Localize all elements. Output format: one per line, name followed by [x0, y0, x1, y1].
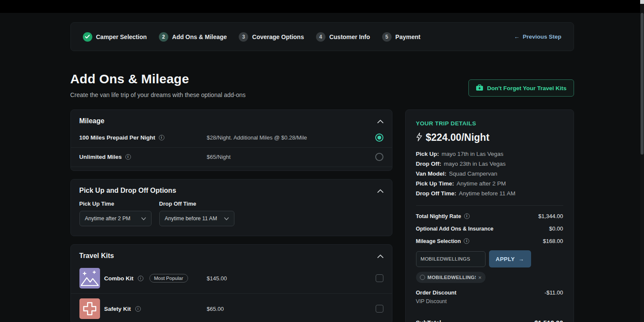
pickup-dropoff-body: Pick Up Time Anytime after 2 PM Drop Off…	[71, 198, 392, 236]
kit-row-combo: Combo Kit i Most Popular $145.00	[71, 263, 392, 294]
page-scrollbar[interactable]	[640, 0, 644, 322]
step-number-badge: 5	[382, 32, 392, 42]
detail-label: Pick Up:	[416, 151, 439, 157]
previous-step-link[interactable]: ← Previous Step	[514, 33, 562, 40]
mileage-radio-selected[interactable]	[375, 134, 383, 142]
left-column: Mileage 100 Miles Prepaid Per Night i $2…	[70, 109, 392, 322]
lightning-bolt-icon	[416, 132, 422, 143]
kit-name: Combo Kit	[104, 275, 134, 282]
scrollbar-thumb[interactable]	[641, 13, 644, 155]
detail-dropoff-time: Drop Off Time:Anytime before 11 AM	[416, 188, 563, 198]
step-number-badge: 3	[239, 32, 248, 42]
dropoff-time-select[interactable]: Anytime before 11 AM	[159, 211, 234, 226]
right-arrow-icon: →	[518, 256, 524, 262]
charge-label: Total Nightly Rate	[416, 213, 461, 219]
info-icon[interactable]: i	[464, 238, 469, 244]
applied-promo-label: MOBILEDWELLINGS	[428, 275, 476, 280]
nightly-rate: $224.00/Night	[426, 132, 489, 143]
left-arrow-icon: ←	[514, 33, 520, 40]
promo-code-input[interactable]	[416, 251, 486, 267]
trip-detail-list: Pick Up:mayo 17th in Las Vegas Drop Off:…	[416, 149, 563, 198]
pickup-time-label: Pick Up Time	[79, 200, 152, 207]
promo-status-icon	[420, 275, 425, 280]
step-payment[interactable]: 5 Payment	[382, 32, 420, 42]
detail-pickup-time: Pick Up Time:Anytime after 2 PM	[416, 179, 563, 188]
charge-addons-insurance: Optional Add Ons & Insurance $0.00	[416, 225, 563, 232]
chevron-down-icon	[141, 216, 146, 222]
page-container: Camper Selection 2 Add Ons & Mileage 3 C…	[70, 0, 574, 322]
mileage-option-unlimited[interactable]: Unlimited Miles i $65/Night	[71, 148, 392, 167]
subtotal-label: SubTotal	[416, 319, 441, 322]
detail-value: mayo 23th in Las Vegas	[444, 161, 506, 167]
chevron-up-icon[interactable]	[377, 187, 383, 194]
step-number-badge: 2	[159, 32, 168, 42]
step-done-check-icon	[83, 32, 92, 42]
charge-value: $0.00	[549, 225, 563, 232]
detail-value: Anytime after 2 PM	[457, 180, 506, 187]
checkout-stepper: Camper Selection 2 Add Ons & Mileage 3 C…	[70, 22, 574, 51]
step-label: Add Ons & Mileage	[172, 33, 227, 40]
step-addons-mileage[interactable]: 2 Add Ons & Mileage	[159, 32, 227, 42]
title-block: Add Ons & Mileage Create the van life tr…	[70, 72, 246, 98]
trip-details-heading: YOUR TRIP DETAILS	[416, 120, 563, 127]
mileage-option-name: Unlimited Miles	[79, 154, 122, 160]
charges-list: Total Nightly Rate i $1,344.00 Optional …	[416, 213, 563, 244]
info-icon[interactable]: i	[135, 306, 141, 312]
pickup-time-select[interactable]: Anytime after 2 PM	[79, 211, 152, 226]
mileage-option-desc: $65/Night	[207, 154, 375, 160]
step-coverage-options[interactable]: 3 Coverage Options	[239, 32, 304, 42]
trip-details-card: YOUR TRIP DETAILS $224.00/Night Pick Up:…	[405, 109, 574, 322]
nightly-rate-row: $224.00/Night	[416, 132, 563, 143]
info-icon[interactable]: i	[159, 135, 164, 140]
detail-label: Van Model:	[416, 170, 447, 177]
kit-row-safety: Safety Kit i $65.00	[71, 294, 392, 322]
travel-kits-card: Travel Kits	[70, 244, 392, 322]
mileage-option-desc: $28/Night. Additional Miles @ $0.28/Mile	[207, 134, 375, 141]
detail-label: Drop Off:	[416, 161, 441, 167]
chevron-up-icon[interactable]	[377, 252, 383, 260]
safety-kit-checkbox[interactable]	[376, 305, 383, 313]
applied-promo-chip: MOBILEDWELLINGS ×	[416, 272, 486, 283]
step-camper-selection[interactable]: Camper Selection	[83, 32, 147, 42]
chevron-down-icon	[224, 216, 229, 222]
right-column: YOUR TRIP DETAILS $224.00/Night Pick Up:…	[405, 109, 574, 322]
detail-van-model: Van Model:Squad Campervan	[416, 169, 563, 179]
step-customer-info[interactable]: 4 Customer Info	[316, 32, 370, 42]
mileage-radio-unselected[interactable]	[375, 153, 383, 161]
travel-kits-cta-button[interactable]: Don't Forget Your Travel Kits	[468, 79, 574, 97]
pickup-dropoff-card: Pick Up and Drop Off Options Pick Up Tim…	[70, 179, 392, 236]
mileage-option-prepaid[interactable]: 100 Miles Prepaid Per Night i $28/Night.…	[71, 128, 392, 148]
remove-promo-icon[interactable]: ×	[478, 274, 482, 281]
kit-price: $65.00	[207, 306, 376, 312]
mileage-card-header[interactable]: Mileage	[71, 110, 392, 128]
chevron-up-icon[interactable]	[377, 117, 383, 125]
pickup-time-value: Anytime after 2 PM	[85, 216, 131, 222]
travel-kits-card-header[interactable]: Travel Kits	[71, 245, 392, 263]
page-title: Add Ons & Mileage	[70, 72, 246, 86]
promo-code-row: APPLY →	[416, 250, 563, 267]
step-label: Payment	[395, 33, 420, 40]
dropoff-time-value: Anytime before 11 AM	[165, 216, 217, 222]
main-content: Mileage 100 Miles Prepaid Per Night i $2…	[70, 109, 574, 322]
mileage-option-name: 100 Miles Prepaid Per Night	[79, 134, 155, 141]
detail-value: mayo 17th in Las Vegas	[442, 151, 504, 157]
combo-kit-checkbox[interactable]	[376, 274, 383, 282]
pickup-dropoff-title: Pick Up and Drop Off Options	[79, 187, 176, 194]
step-number-badge: 4	[316, 32, 325, 42]
order-discount-row: Order Discount -$11.00	[416, 289, 563, 296]
pickup-time-group: Pick Up Time Anytime after 2 PM	[79, 200, 152, 226]
info-icon[interactable]: i	[125, 154, 131, 160]
apply-promo-button[interactable]: APPLY →	[489, 250, 531, 267]
scrollbar-top-button[interactable]	[640, 0, 644, 4]
detail-label: Pick Up Time:	[416, 180, 454, 187]
mileage-title: Mileage	[79, 117, 105, 125]
info-icon[interactable]: i	[464, 213, 470, 219]
detail-value: Squad Campervan	[449, 170, 498, 177]
pickup-dropoff-card-header[interactable]: Pick Up and Drop Off Options	[71, 179, 392, 198]
subtotal-row: SubTotal $1,512.00	[416, 319, 563, 322]
info-icon[interactable]: i	[138, 276, 143, 281]
charge-value: $1,344.00	[538, 213, 563, 219]
apply-label: APPLY	[496, 256, 515, 262]
order-discount-value: -$11.00	[544, 289, 563, 296]
charge-mileage-selection: Mileage Selection i $168.00	[416, 238, 563, 244]
